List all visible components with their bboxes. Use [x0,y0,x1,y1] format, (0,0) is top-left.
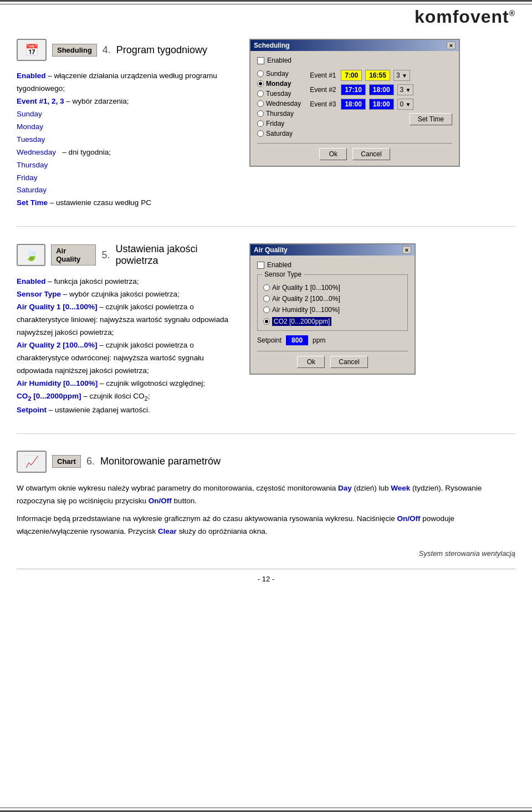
scheduling-enabled-checkbox[interactable] [257,57,264,64]
scheduling-icon-box: 📅 [17,39,47,61]
radio-saturday[interactable]: Saturday [257,130,301,137]
aq-cancel-button[interactable]: Cancel [330,356,367,368]
event2-num[interactable]: 3 ▼ [397,84,414,95]
scheduling-icon: 📅 [25,43,39,57]
aq-radio-1[interactable]: Air Quality 1 [0...100%] [263,284,402,292]
radio-monday-btn[interactable] [257,80,264,87]
section-aq-left: 🍃 Air Quality 5. Ustawienia jakości powi… [17,243,238,416]
section4-header: 📅 Sheduling 4. Program tygodniowy [17,39,238,61]
aq-dialog-title: Air Quality [254,246,288,254]
radio-sunday-btn[interactable] [257,70,264,77]
aq-dialog-close[interactable]: × [402,246,411,254]
tuesday-label: Tuesday [17,135,45,144]
section-scheduling: 📅 Sheduling 4. Program tygodniowy Enable… [17,39,515,210]
section6-body: W otwartym oknie wykresu należy wybrać p… [17,482,515,539]
aq-dialog-titlebar: Air Quality × [250,244,415,256]
section6-title: Monitorowanie parametrów [100,456,221,467]
sensor-type-groupbox-title: Sensor Type [262,270,304,278]
aq-sensor-type-label: Sensor Type [17,290,61,298]
radio-wednesday-btn[interactable] [257,100,264,107]
saturday-label: Saturday [17,186,47,194]
section5-number: 5. [101,249,110,261]
event3-row: Event #3 18:00 18:00 0 ▼ [310,99,452,110]
aq-dialog-content: Enabled Sensor Type Air Quality 1 [0...1… [250,256,415,374]
aq-enabled-checkbox[interactable] [257,262,264,269]
event2-label: Event #2 [310,86,337,94]
radio-thursday-btn[interactable] [257,110,264,117]
radio-sunday[interactable]: Sunday [257,70,301,78]
event2-row: Event #2 17:10 18:00 3 ▼ [310,84,452,95]
scheduling-dialog-content: Enabled Sunday Monday [250,51,459,166]
week-label: Week [391,484,410,492]
section4-body: Enabled – włączenie działania urządzenia… [17,70,238,210]
radio-saturday-btn[interactable] [257,130,264,137]
scheduling-enabled-label: Enabled [267,57,291,64]
event3-num[interactable]: 0 ▼ [397,99,414,110]
air-quality-dialog: Air Quality × Enabled Sensor Type Air Qu… [249,243,416,375]
aq-co2-label: CO2 [0...2000ppm] [17,392,81,400]
aq-radio-3-btn[interactable] [263,307,270,313]
aq-radio-3[interactable]: Air Humidity [0...100%] [263,306,402,314]
aq-setpoint-row: Setpoint 800 ppm [257,335,408,345]
set-time-button[interactable]: Set Time [410,113,452,125]
monday-radio-label: Monday [266,80,291,88]
aq-radio-4[interactable]: CO2 [0...2000ppm] [263,317,402,326]
radio-tuesday-btn[interactable] [257,90,264,97]
radio-wednesday[interactable]: Wednesday [257,100,301,108]
radio-monday[interactable]: Monday [257,80,301,88]
aq-radio-1-btn[interactable] [263,284,270,291]
section6-header: 📈 Chart 6. Monitorowanie parametrów [17,451,515,473]
section6-number: 6. [86,456,95,467]
radio-tuesday[interactable]: Tuesday [257,90,301,98]
event2-time2[interactable]: 18:00 [369,84,394,95]
events-panel: Event #1 7:00 16:55 3 ▼ Event #2 17:10 1… [310,70,452,137]
aq-ok-button[interactable]: Ok [297,356,325,368]
aq-radio-2[interactable]: Air Quality 2 [100...0%] [263,295,402,303]
aq-dialog-buttons: Ok Cancel [257,351,408,368]
radio-friday-btn[interactable] [257,120,264,127]
aq-setpoint-value[interactable]: 800 [286,335,308,345]
monday-label: Monday [17,122,43,131]
event1-time2[interactable]: 16:55 [365,70,390,81]
system-text: System sterowania wentylacją [17,549,515,558]
event3-label: Event #3 [310,100,337,108]
scheduling-cancel-button[interactable]: Cancel [352,148,390,160]
radio-thursday[interactable]: Thursday [257,110,301,118]
event3-time2[interactable]: 18:00 [369,99,394,110]
event1-num[interactable]: 3 ▼ [393,70,410,81]
aq-humidity-label: Air Humidity [0...100%] [17,379,98,387]
section-chart: 📈 Chart 6. Monitorowanie parametrów W ot… [17,451,515,539]
event1-time1[interactable]: 7:00 [341,70,362,81]
scheduling-main-area: Sunday Monday Tuesday Wednesday [257,70,452,137]
set-time-row: Set Time [310,113,452,125]
chart-icon: 📈 [25,455,39,468]
event3-time1[interactable]: 18:00 [341,99,366,110]
scheduling-dialog-titlebar: Scheduling × [250,40,459,51]
air-quality-icon-label: Air Quality [51,244,96,265]
days-panel: Sunday Monday Tuesday Wednesday [257,70,301,137]
aq-radio-2-btn[interactable] [263,295,270,302]
section4-title: Program tygodniowy [116,44,207,56]
chart-para1: W otwartym oknie wykresu należy wybrać p… [17,482,515,508]
divider2 [17,433,515,434]
scheduling-dialog-close[interactable]: × [447,42,456,49]
radio-friday[interactable]: Friday [257,120,301,127]
scheduling-ok-button[interactable]: Ok [319,148,347,160]
section5-header: 🍃 Air Quality 5. Ustawienia jakości powi… [17,243,238,267]
onoff-label2: On/Off [397,514,421,523]
sunday-radio-label: Sunday [266,70,289,78]
aq-enabled-row: Enabled [257,261,408,269]
event1-label: Event #1 [310,72,337,79]
saturday-radio-label: Saturday [266,130,293,137]
event2-time1[interactable]: 17:10 [341,84,366,95]
page-number: - 12 - [17,569,515,583]
wednesday-radio-label: Wednesday [266,100,301,108]
aq2-label: Air Quality 2 [100...0%] [17,341,98,349]
aq-setpoint-unit: ppm [313,336,325,344]
aq-setpoint-label: Setpoint [17,406,47,414]
scheduling-icon-label: Sheduling [52,44,97,57]
set-time-label: Set Time [17,198,48,207]
section-scheduling-left: 📅 Sheduling 4. Program tygodniowy Enable… [17,39,238,210]
scheduling-dialog-buttons: Ok Cancel [257,143,452,160]
aq-radio-4-btn[interactable] [263,318,270,325]
